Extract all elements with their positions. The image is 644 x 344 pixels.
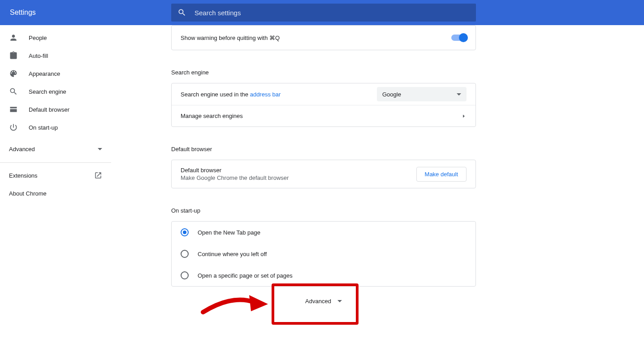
sidebar-advanced-label: Advanced [9,146,35,152]
address-bar-link[interactable]: address bar [250,91,281,98]
sidebar-advanced-toggle[interactable]: Advanced [0,140,111,158]
sidebar-item-label: On start-up [29,124,58,131]
divider [0,162,111,163]
chevron-down-icon [457,93,461,96]
startup-card: Open the New Tab page Continue where you… [171,221,476,287]
sidebar-item-people[interactable]: People [0,29,111,47]
dropdown-value: Google [382,91,401,98]
chevron-down-icon [98,148,102,150]
default-browser-row-title: Default browser [181,167,416,174]
section-title-startup: On start-up [171,207,476,214]
sidebar-item-label: Search engine [29,88,66,95]
radio-label: Continue where you left off [198,251,267,257]
sidebar-item-label: Extensions [9,172,38,179]
manage-search-engines-row[interactable]: Manage search engines [172,105,475,126]
startup-option-specific-pages[interactable]: Open a specific page or set of pages [172,265,475,286]
radio-label: Open the New Tab page [198,229,260,236]
sidebar-item-label: About Chrome [9,190,47,197]
sidebar-item-label: Default browser [29,106,69,113]
app-title: Settings [10,9,36,17]
quit-warning-label: Show warning before quitting with ⌘Q [181,35,451,41]
sidebar-item-about[interactable]: About Chrome [0,184,111,202]
search-input[interactable] [194,9,470,17]
search-engine-row: Search engine used in the address bar Go… [172,83,475,105]
sidebar-item-extensions[interactable]: Extensions [0,166,111,184]
sidebar-item-label: Auto-fill [29,52,48,59]
sidebar-item-autofill[interactable]: Auto-fill [0,47,111,65]
search-icon [9,87,18,96]
quit-warning-toggle[interactable] [451,35,467,41]
open-in-new-icon [94,171,102,179]
browser-icon [9,105,18,114]
advanced-footer-label: Advanced [305,298,331,305]
sidebar-item-label: Appearance [29,70,60,77]
power-icon [9,123,18,132]
radio-icon [181,250,189,258]
sidebar: People Auto-fill Appearance Search engin… [0,25,111,344]
radio-label: Open a specific page or set of pages [198,272,293,279]
search-icon [177,8,186,17]
sidebar-item-search-engine[interactable]: Search engine [0,83,111,100]
chevron-right-icon [461,113,467,119]
section-title-default-browser: Default browser [171,146,476,152]
sidebar-item-default-browser[interactable]: Default browser [0,100,111,118]
manage-search-engines-label: Manage search engines [181,113,461,119]
chevron-down-icon [337,300,342,302]
search-box[interactable] [171,4,476,22]
radio-icon [181,228,189,236]
default-browser-card: Default browser Make Google Chrome the d… [171,160,476,188]
section-title-search-engine: Search engine [171,69,476,76]
clipboard-icon [9,51,18,60]
advanced-footer-button[interactable]: Advanced [171,287,476,315]
search-engine-card: Search engine used in the address bar Go… [171,83,476,127]
layout: People Auto-fill Appearance Search engin… [0,25,644,344]
search-engine-prefix: Search engine used in the [181,91,250,98]
app-header: Settings [0,0,644,25]
quit-warning-card: Show warning before quitting with ⌘Q [171,25,476,50]
person-icon [9,33,18,42]
sidebar-item-appearance[interactable]: Appearance [0,65,111,83]
radio-icon [181,271,189,279]
content-inner: Show warning before quitting with ⌘Q Sea… [171,25,476,315]
sidebar-item-startup[interactable]: On start-up [0,118,111,136]
sidebar-item-label: People [29,35,47,41]
default-browser-subtext: Make Google Chrome the default browser [181,174,416,181]
search-engine-dropdown[interactable]: Google [377,87,467,101]
palette-icon [9,69,18,78]
content: Show warning before quitting with ⌘Q Sea… [111,25,644,344]
startup-option-continue[interactable]: Continue where you left off [172,243,475,265]
make-default-button[interactable]: Make default [416,167,467,182]
startup-option-new-tab[interactable]: Open the New Tab page [172,222,475,243]
search-engine-used-label: Search engine used in the address bar [181,91,377,98]
